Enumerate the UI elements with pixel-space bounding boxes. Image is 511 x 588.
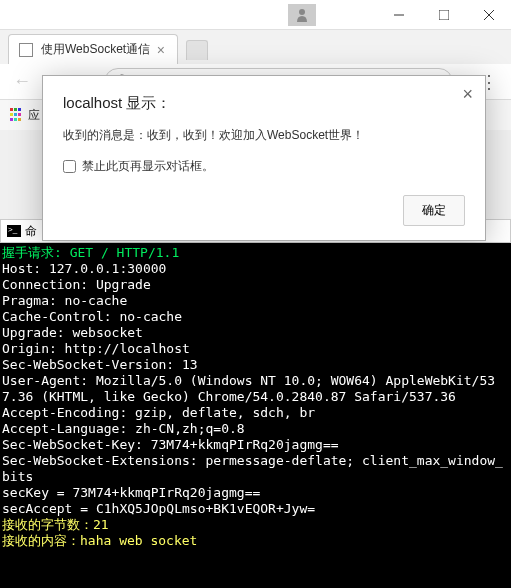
terminal-line: secKey = 73M74+kkmqPIrRq20jagmg== (2, 485, 509, 501)
tab-title: 使用WebSocket通信 (41, 41, 150, 58)
apps-grid-icon (10, 108, 24, 122)
terminal-line: 接收的字节数：21 (2, 517, 509, 533)
dialog-close-button[interactable]: × (462, 84, 473, 105)
terminal-line: 握手请求: GET / HTTP/1.1 (2, 245, 509, 261)
terminal-line: Sec-WebSocket-Extensions: permessage-def… (2, 453, 509, 485)
terminal-line: Connection: Upgrade (2, 277, 509, 293)
terminal-line: Accept-Encoding: gzip, deflate, sdch, br (2, 405, 509, 421)
apps-label: 应 (28, 107, 40, 124)
tab-close-button[interactable]: × (155, 42, 167, 58)
terminal-title: 命 (25, 223, 37, 240)
user-profile-icon[interactable] (288, 4, 316, 26)
cmd-icon (7, 225, 21, 237)
tab-bar: 使用WebSocket通信 × (0, 30, 511, 64)
dialog-ok-button[interactable]: 确定 (403, 195, 465, 226)
window-titlebar (0, 0, 511, 30)
terminal-line: Cache-Control: no-cache (2, 309, 509, 325)
terminal-line: secAccept = C1hXQ5JOpQLmso+BK1vEQOR+Jyw= (2, 501, 509, 517)
javascript-dialog: × localhost 显示： 收到的消息是：收到，收到！欢迎加入WebSock… (42, 75, 486, 241)
dialog-button-row: 确定 (63, 195, 465, 226)
terminal-line: Pragma: no-cache (2, 293, 509, 309)
person-icon (296, 8, 308, 22)
terminal-output[interactable]: 握手请求: GET / HTTP/1.1Host: 127.0.0.1:3000… (0, 243, 511, 588)
suppress-checkbox-input[interactable] (63, 160, 76, 173)
terminal-line: 接收的内容：haha web socket (2, 533, 509, 549)
back-button[interactable]: ← (8, 68, 36, 96)
svg-rect-2 (439, 10, 449, 20)
maximize-button[interactable] (421, 0, 466, 30)
close-window-button[interactable] (466, 0, 511, 30)
terminal-window: 命 握手请求: GET / HTTP/1.1Host: 127.0.0.1:30… (0, 219, 511, 588)
apps-shortcut[interactable]: 应 (10, 107, 40, 124)
browser-tab[interactable]: 使用WebSocket通信 × (8, 34, 178, 64)
terminal-line: Origin: http://localhost (2, 341, 509, 357)
window-controls (376, 0, 511, 30)
new-tab-button[interactable] (186, 40, 208, 60)
dialog-suppress-checkbox[interactable]: 禁止此页再显示对话框。 (63, 158, 465, 175)
dialog-message: 收到的消息是：收到，收到！欢迎加入WebSocket世界！ (63, 127, 465, 144)
terminal-line: Accept-Language: zh-CN,zh;q=0.8 (2, 421, 509, 437)
terminal-line: User-Agent: Mozilla/5.0 (Windows NT 10.0… (2, 373, 509, 405)
terminal-line: Upgrade: websocket (2, 325, 509, 341)
tab-favicon (19, 43, 33, 57)
terminal-line: Host: 127.0.0.1:30000 (2, 261, 509, 277)
svg-point-0 (299, 9, 305, 15)
terminal-line: Sec-WebSocket-Version: 13 (2, 357, 509, 373)
minimize-button[interactable] (376, 0, 421, 30)
terminal-line: Sec-WebSocket-Key: 73M74+kkmqPIrRq20jagm… (2, 437, 509, 453)
dialog-title: localhost 显示： (63, 94, 465, 113)
suppress-checkbox-label: 禁止此页再显示对话框。 (82, 158, 214, 175)
